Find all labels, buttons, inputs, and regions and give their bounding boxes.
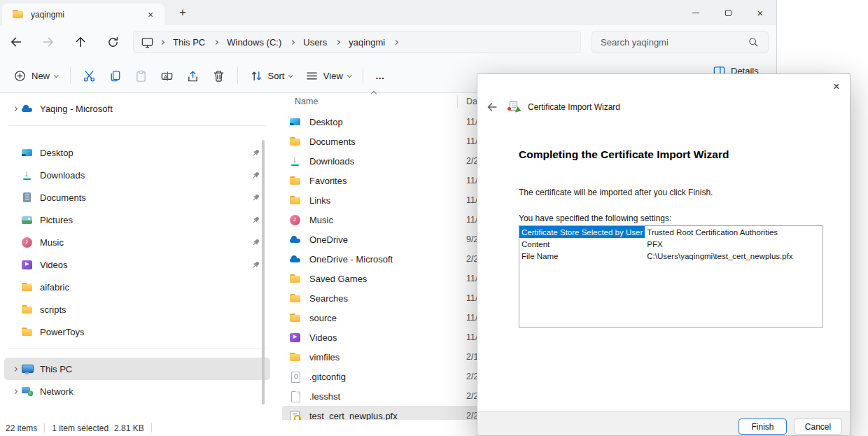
sidebar-item-label: Documents (40, 192, 266, 203)
share-button[interactable] (180, 64, 206, 87)
sidebar-item-scripts[interactable]: scripts (4, 298, 270, 321)
file-name: Links (309, 195, 330, 206)
wizard-intro-text: The certificate will be imported after y… (519, 188, 713, 197)
view-list-icon (305, 69, 318, 83)
tab-close-icon[interactable]: × (144, 8, 158, 22)
settings-row[interactable]: Certificate Store Selected by UserTruste… (519, 226, 822, 238)
chevron-right-icon (393, 39, 398, 44)
music-icon (21, 237, 33, 248)
explorer-tab[interactable]: yaqingmi × (2, 3, 164, 25)
address-bar[interactable]: This PC Windows (C:) Users yaqingmi (133, 31, 581, 53)
file-name: OneDrive (309, 234, 348, 245)
divider (44, 423, 45, 433)
sidebar-item-downloads[interactable]: Downloads (4, 164, 270, 186)
chevron-right-icon (335, 39, 340, 44)
rename-button[interactable]: A (154, 64, 180, 87)
copy-button[interactable] (102, 64, 128, 87)
sidebar-item-yaqing-microsoft[interactable]: Yaqing - Microsoft (4, 97, 270, 120)
folder-icon (21, 304, 33, 316)
gitconfig-icon (289, 371, 301, 383)
chevron-down-icon (347, 73, 351, 77)
forward-arrow-icon (41, 35, 55, 49)
file-name: .lesshst (309, 391, 340, 402)
dialog-close-icon[interactable]: × (827, 78, 846, 95)
network-icon (21, 386, 33, 398)
sidebar-item-documents[interactable]: Documents (4, 186, 270, 209)
copy-icon (108, 69, 122, 83)
sidebar-item-pictures[interactable]: Pictures (4, 209, 270, 231)
sidebar-item-powertoys[interactable]: PowerToys (4, 321, 270, 343)
sidebar-item-music[interactable]: Music (4, 231, 270, 253)
tab-title: yaqingmi (31, 10, 144, 20)
breadcrumb-item-windows-c[interactable]: Windows (C:) (221, 34, 287, 50)
trash-icon (212, 69, 225, 83)
sidebar-item-aifabric[interactable]: aifabric (4, 276, 270, 298)
delete-button[interactable] (206, 64, 232, 87)
documents-icon (21, 192, 33, 204)
maximize-icon (725, 10, 732, 16)
dialog-footer: Finish Cancel (477, 411, 850, 435)
downloads-icon (289, 155, 301, 167)
finish-button[interactable]: Finish (738, 419, 787, 435)
settings-row[interactable]: ContentPFX (519, 238, 822, 250)
paste-button[interactable] (128, 64, 154, 87)
sidebar-item-desktop[interactable]: Desktop (4, 141, 270, 164)
sidebar-item-network[interactable]: Network (4, 380, 270, 402)
cut-button[interactable] (76, 64, 102, 87)
name-column-header[interactable]: Name (295, 97, 318, 106)
cut-icon (83, 69, 96, 83)
view-button[interactable]: View (299, 64, 357, 87)
forward-button[interactable] (38, 31, 59, 52)
column-divider[interactable] (457, 95, 458, 108)
up-button[interactable] (70, 31, 91, 52)
back-arrow-icon (486, 101, 498, 113)
sidebar-item-label: PowerToys (40, 327, 266, 337)
sidebar-section: Yaqing - Microsoft (0, 97, 274, 120)
back-arrow-icon (9, 35, 23, 49)
breadcrumb-item-users[interactable]: Users (298, 34, 332, 50)
sidebar-item-this-pc[interactable]: This PC (4, 358, 270, 380)
navigation-bar: This PC Windows (C:) Users yaqingmi Sear… (0, 25, 776, 59)
dialog-back-button[interactable] (484, 99, 500, 115)
sidebar-item-label: Pictures (40, 215, 266, 225)
date-column-header[interactable]: Da (466, 97, 477, 106)
rename-icon: A (160, 69, 174, 83)
new-button[interactable]: New (7, 64, 64, 87)
search-icon (748, 36, 760, 48)
folder-icon (289, 136, 301, 148)
folder-icon (289, 273, 301, 285)
refresh-button[interactable] (102, 31, 123, 52)
sort-button[interactable]: Sort (244, 64, 299, 87)
file-name: Favorites (309, 176, 346, 186)
minimize-button[interactable] (680, 0, 712, 25)
textfile-icon (289, 391, 301, 402)
chevron-right-icon (214, 39, 218, 44)
sidebar-item-label: scripts (40, 304, 266, 315)
settings-box: Certificate Store Selected by UserTruste… (519, 225, 823, 328)
paste-icon (134, 69, 148, 83)
new-tab-button[interactable]: + (174, 3, 192, 22)
view-label: View (323, 71, 343, 81)
videos-icon (21, 259, 33, 271)
file-name: Music (309, 215, 333, 225)
chevron-right-icon (12, 366, 17, 371)
search-box[interactable]: Search yaqingmi (592, 31, 769, 53)
this-pc-monitor-icon (141, 36, 154, 49)
navigation-pane: Yaqing - Microsoft Desktop Downloads Doc… (0, 93, 274, 420)
pictures-icon (21, 214, 33, 226)
breadcrumb-item-yaqingmi[interactable]: yaqingmi (343, 34, 391, 50)
pin-icon (251, 237, 260, 250)
more-options-button[interactable]: … (369, 64, 391, 87)
sidebar-item-label: Yaqing - Microsoft (40, 104, 266, 114)
onedrive-icon (21, 103, 33, 115)
breadcrumb-item-this-pc[interactable]: This PC (167, 34, 211, 50)
settings-row[interactable]: File NameC:\Users\yaqingmi\test_cert_new… (519, 250, 822, 262)
close-button[interactable]: × (744, 0, 776, 25)
maximize-button[interactable] (712, 0, 744, 25)
file-name: Videos (309, 332, 337, 343)
chevron-right-icon (12, 388, 17, 393)
sidebar-item-videos[interactable]: Videos (4, 253, 270, 276)
back-button[interactable] (6, 31, 27, 52)
cancel-button[interactable]: Cancel (794, 419, 842, 435)
sidebar-scrollbar[interactable] (262, 140, 265, 405)
